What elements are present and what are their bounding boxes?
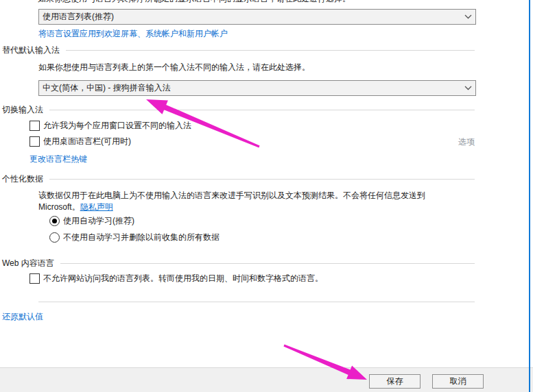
section-divider — [49, 110, 475, 110]
clipped-top-description: 如果你想使用与语言列表排序所确定的显示语言不同的显示语言，请在此处进行选择。 — [38, 0, 351, 3]
checkbox-icon[interactable] — [29, 121, 40, 131]
save-button[interactable]: 保存 — [369, 374, 421, 389]
checkbox-desktop-language-bar[interactable]: 使用桌面语言栏(可用时) — [29, 136, 131, 147]
radio-label: 不使用自动学习并删除以前收集的所有数据 — [63, 232, 220, 243]
microsoft-text: Microsoft。 — [38, 202, 80, 212]
section-header-label: Web 内容语言 — [2, 258, 54, 269]
checkbox-icon[interactable] — [29, 136, 40, 147]
section-header-label: 切换输入法 — [2, 104, 43, 116]
radio-icon[interactable] — [49, 216, 60, 226]
window-right-border — [529, 0, 530, 392]
chevron-down-icon — [460, 14, 475, 19]
personalization-description-line1: 该数据仅用于在此电脑上为不使用输入法的语言来改进手写识别以及文本预测结果。不会将… — [38, 190, 425, 201]
checkbox-label: 不允许网站访问我的语言列表。转而使用我的日期、时间和数字格式的语言。 — [43, 273, 323, 284]
default-input-method-combobox-value: 中文(简体，中国) - 搜狗拼音输入法 — [39, 82, 460, 94]
cancel-button[interactable]: 取消 — [432, 374, 484, 389]
section-header-label: 个性化数据 — [2, 173, 43, 185]
checkbox-label: 使用桌面语言栏(可用时) — [43, 136, 131, 147]
section-divider — [60, 263, 475, 264]
checkbox-icon[interactable] — [29, 273, 40, 284]
change-language-bar-hotkeys-link[interactable]: 更改语言栏热键 — [29, 154, 87, 165]
radio-no-auto-learning[interactable]: 不使用自动学习并删除以前收集的所有数据 — [49, 232, 220, 243]
section-divider — [66, 50, 475, 51]
section-header-label: 替代默认输入法 — [2, 45, 60, 56]
radio-icon[interactable] — [49, 232, 60, 243]
default-input-method-combobox[interactable]: 中文(简体，中国) - 搜狗拼音输入法 — [38, 80, 476, 96]
language-bar-options-link[interactable]: 选项 — [458, 136, 475, 148]
radio-label: 使用自动学习(推荐) — [63, 216, 134, 226]
chevron-down-icon — [460, 86, 475, 90]
apply-language-settings-link[interactable]: 将语言设置应用到欢迎屏幕、系统帐户和新用户帐户 — [38, 28, 228, 40]
section-override-default-input: 替代默认输入法 — [2, 45, 475, 55]
bottom-divider — [38, 302, 475, 302]
section-switch-input-method: 切换输入法 — [2, 105, 475, 114]
section-personalization-data: 个性化数据 — [2, 174, 475, 184]
checkbox-label: 允许我为每个应用窗口设置不同的输入法 — [43, 121, 191, 131]
privacy-statement-link[interactable]: 隐私声明 — [80, 202, 113, 212]
language-advanced-settings-dialog: 如果你想使用与语言列表排序所确定的显示语言不同的显示语言，请在此处进行选择。 使… — [0, 0, 533, 392]
display-language-combobox-value: 使用语言列表(推荐) — [39, 11, 460, 23]
checkbox-per-app-input-method[interactable]: 允许我为每个应用窗口设置不同的输入法 — [29, 121, 191, 131]
personalization-description-line2: Microsoft。隐私声明 — [38, 201, 113, 213]
section-web-content-language: Web 内容语言 — [2, 258, 475, 268]
radio-use-auto-learning[interactable]: 使用自动学习(推荐) — [49, 216, 134, 226]
restore-defaults-link[interactable]: 还原默认值 — [2, 311, 43, 323]
display-language-combobox[interactable]: 使用语言列表(推荐) — [38, 9, 476, 25]
override-input-description: 如果你想使用与语言列表上的第一个输入法不同的输入法，请在此处选择。 — [38, 62, 310, 73]
section-divider — [49, 179, 475, 180]
checkbox-no-website-language-access[interactable]: 不允许网站访问我的语言列表。转而使用我的日期、时间和数字格式的语言。 — [29, 273, 323, 284]
